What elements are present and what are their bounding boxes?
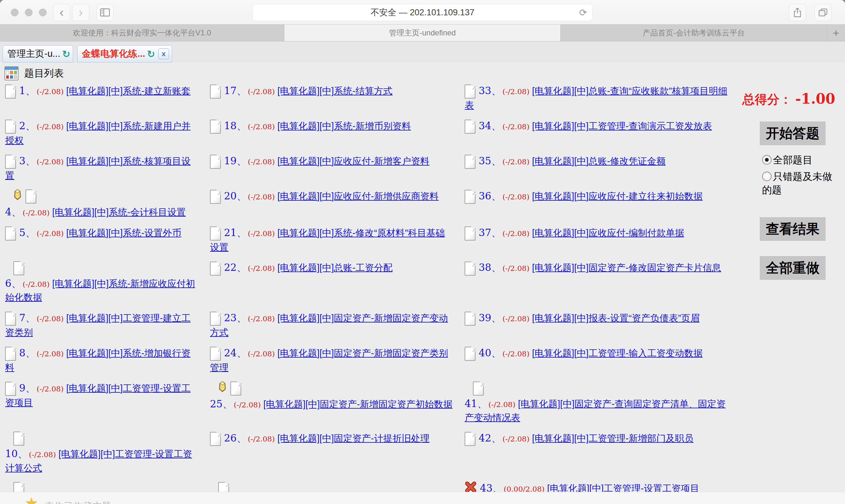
page-tab-admin-home[interactable]: 管理主页-u... ↻ [3,45,73,62]
forward-icon: › [79,6,83,19]
page-tab-strip: 管理主页-u... ↻ 金蝶电算化练... ↻ x [0,41,845,62]
question-item: 41、(-/2.08)[电算化题][中]固定资产-查询固定资产清单、固定资产变动… [462,379,742,429]
share-button[interactable] [789,4,806,21]
question-link[interactable]: [电算化题][中]固定资产-修改固定资产卡片信息 [532,263,721,273]
question-score: (-/2.08) [502,158,529,166]
new-tab-button[interactable]: + [827,24,845,41]
question-link[interactable]: [电算化题][中]应收应付-编制付款单据 [532,228,684,238]
start-answering-button[interactable]: 开始答题 [760,122,826,145]
question-score: (-/2.08) [502,123,529,131]
question-score: (-/2.08) [248,349,275,358]
total-score-label: 总得分： [742,92,792,107]
question-link[interactable]: [电算化题][中]系统-设置外币 [66,228,181,238]
document-icon [464,85,475,98]
question-link[interactable]: [电算化题][中]系统-建立新账套 [66,86,191,96]
question-link[interactable]: [电算化题][中]总账-修改凭证金额 [532,156,666,166]
question-score: (-/2.08) [37,349,64,358]
radio-wrong-undone[interactable]: 只错题及未做的题 [762,170,839,197]
page-title: 题目列表 [24,67,64,80]
browser-tab-active[interactable]: 管理主页-undefined [284,24,561,41]
question-score: (-/2.08) [37,229,64,238]
reload-icon[interactable]: ⟳ [579,7,587,18]
question-score: (-/2.08) [248,87,275,96]
document-icon [210,312,221,326]
question-score: (-/2.08) [23,280,50,288]
question-link[interactable]: [电算化题][中]固定资产-计提折旧处理 [277,433,429,444]
back-icon: ‹ [60,6,64,19]
question-item: 36、(-/2.08)[电算化题][中]应收应付-建立往来初始数据 [462,187,742,208]
document-icon [464,312,475,326]
question-item: 34、(-/2.08)[电算化题][中]工资管理-查询演示工资发放表 [462,117,742,138]
question-icons [464,313,475,323]
question-link[interactable]: [电算化题][中]报表-设置“资产负债表”页眉 [532,313,700,323]
total-score: 总得分：-1.00 [742,91,839,108]
tab-overview-button[interactable] [814,4,832,21]
close-window-button[interactable] [11,8,18,16]
address-bar[interactable]: 不安全 — 202.101.109.137 ⟳ [252,4,593,21]
browser-tab-bar: 欢迎使用：科云财会理实一体化平台V1.0 管理主页-undefined 产品首页… [0,24,845,41]
browser-tab-welcome[interactable]: 欢迎使用：科云财会理实一体化平台V1.0 [0,24,284,41]
forward-button[interactable]: › [72,4,89,21]
question-link[interactable]: [电算化题][中]工资管理-输入工资变动数据 [532,348,703,358]
question-number: 35、 [479,155,501,166]
question-icons [464,263,475,273]
question-icons [210,86,221,96]
question-icons [5,313,16,323]
question-link[interactable]: [电算化题][中]系统-新增币别资料 [277,121,411,131]
zoom-window-button[interactable] [39,8,47,16]
document-icon [464,155,475,169]
page-tab-label: 管理主页-u... [7,48,60,60]
question-score: (-/2.08) [502,435,529,443]
question-link[interactable]: [电算化题][中]工资管理-查询演示工资发放表 [532,121,712,131]
question-grid: 1、(-/2.08)[电算化题][中]系统-建立新账套 2、(-/2.08)[电… [3,82,742,504]
view-results-button[interactable]: 查看结果 [760,217,826,241]
question-link[interactable]: [电算化题][中]系统-结算方式 [277,86,392,96]
radio-unselected-icon[interactable] [762,172,772,181]
total-score-value: -1.00 [795,91,835,107]
question-score: (-/2.08) [37,314,64,323]
question-item: 19、(-/2.08)[电算化题][中]应收应付-新增客户资料 [207,152,462,173]
sidebar-button[interactable] [96,4,113,21]
question-item: 25、(-/2.08)[电算化题][中]固定资产-新增固定资产初始数据 [207,379,462,416]
document-icon [5,227,16,240]
back-button[interactable]: ‹ [53,4,70,21]
refresh-icon[interactable]: ↻ [147,49,155,60]
question-icons [464,348,475,358]
question-icons [13,431,199,446]
page-tab-kingdee-practice[interactable]: 金蝶电算化练... ↻ x [77,45,172,62]
question-score: (-/2.08) [502,229,529,238]
question-score: (-/2.08) [37,158,64,166]
question-score: (-/2.08) [248,435,275,443]
document-icon [464,227,475,240]
question-item: 21、(-/2.08)[电算化题][中]系统-修改“原材料”科目基础设置 [207,223,462,259]
question-link[interactable]: [电算化题][中]应收应付-新增供应商资料 [277,191,439,201]
close-tab-button[interactable]: x [158,49,169,59]
star-icon: ★ [25,496,38,504]
refresh-icon[interactable]: ↻ [62,49,70,60]
question-item: 20、(-/2.08)[电算化题][中]应收应付-新增供应商资料 [207,187,462,208]
question-item: 40、(-/2.08)[电算化题][中]工资管理-输入工资变动数据 [462,344,742,365]
browser-tab-product[interactable]: 产品首页-会计助考训练云平台 [561,24,827,41]
question-icons [5,121,16,131]
question-icons [210,156,221,166]
question-score: (-/2.08) [502,193,529,201]
redo-all-button[interactable]: 全部重做 [760,256,826,280]
question-item: 18、(-/2.08)[电算化题][中]系统-新增币别资料 [207,117,462,138]
question-item: 1、(-/2.08)[电算化题][中]系统-建立新账套 [3,82,207,103]
question-link[interactable]: [电算化题][中]工资管理-新增部门及职员 [532,433,693,444]
question-icons [5,348,16,358]
question-score: (-/2.08) [37,87,64,96]
document-icon [210,155,221,169]
page-tab-label: 金蝶电算化练... [82,48,145,60]
radio-selected-icon[interactable] [762,155,772,165]
question-link[interactable]: [电算化题][中]应收应付-新增客户资料 [277,156,429,166]
sidebar-icon [100,8,110,17]
minimize-window-button[interactable] [25,8,33,16]
favorite-legend: ★ 表你已收藏本题； [0,492,845,504]
question-link[interactable]: [电算化题][中]总账-工资分配 [277,263,392,273]
question-link[interactable]: [电算化题][中]应收应付-建立往来初始数据 [532,191,703,201]
question-link[interactable]: [电算化题][中]固定资产-新增固定资产初始数据 [263,399,453,409]
address-text: 不安全 — 202.101.109.137 [370,7,475,18]
radio-all-questions[interactable]: 全部题目 [762,154,839,167]
question-link[interactable]: [电算化题][中]系统-会计科目设置 [52,207,186,217]
